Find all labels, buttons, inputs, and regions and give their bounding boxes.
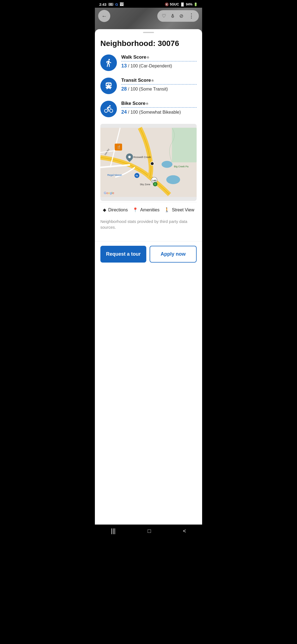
- favorite-icon[interactable]: ♡: [162, 13, 166, 19]
- drag-handle-bar: [143, 32, 154, 33]
- svg-text:Sky Zone: Sky Zone: [140, 183, 150, 186]
- notification-badge: 31: [108, 3, 114, 6]
- recents-nav-icon[interactable]: |||: [111, 527, 116, 534]
- svg-point-2: [162, 161, 172, 168]
- action-bar: ♡ ⛢ ⊘ ⋮: [157, 10, 199, 22]
- svg-point-17: [154, 183, 156, 185]
- street-view-button[interactable]: 🚶 Street View: [164, 207, 194, 212]
- svg-text:🍴: 🍴: [117, 145, 121, 149]
- walk-score-value: 13 / 100 (Car-Dependent): [121, 63, 197, 69]
- directions-icon: ◆: [103, 207, 106, 212]
- battery-label: 94%: [186, 2, 193, 6]
- network-label: 5GUC: [170, 2, 179, 6]
- svg-text:🛍: 🛍: [136, 174, 138, 177]
- bike-icon: [104, 105, 113, 113]
- bike-score-title: Bike Score®: [121, 101, 197, 106]
- svg-point-5: [128, 156, 131, 158]
- walk-score-icon-circle: [100, 54, 117, 71]
- content-area: Neighborhood: 30076 Walk Score® 13 / 100…: [95, 35, 202, 241]
- signal-icon: ▐▌: [180, 2, 185, 6]
- battery-icon: 🔋: [194, 2, 198, 6]
- time: 2:43: [99, 2, 106, 7]
- transit-score-value: 28 / 100 (Some Transit): [121, 86, 197, 92]
- bike-score-item: Bike Score® 24 / 100 (Somewhat Bikeable): [100, 101, 197, 117]
- home-nav-icon[interactable]: □: [148, 528, 151, 534]
- hero-image: ← ♡ ⛢ ⊘ ⋮: [95, 8, 202, 32]
- svg-text:Regal Nissan: Regal Nissan: [107, 174, 122, 176]
- walk-score-max: / 100 (: [128, 64, 140, 68]
- request-tour-button[interactable]: Request a tour: [100, 246, 146, 263]
- bottom-cta: Request a tour Apply now: [95, 241, 202, 267]
- map-svg: Roswell Creek 🍴 Regal Nissan 🛍 140 Sky Z…: [100, 124, 197, 201]
- back-button[interactable]: ←: [98, 10, 110, 22]
- walk-score-title: Walk Score®: [121, 54, 197, 60]
- svg-point-3: [166, 175, 180, 184]
- bike-score-details: Bike Score® 24 / 100 (Somewhat Bikeable): [121, 101, 197, 115]
- map-actions: ◆ Directions 📍 Amenities 🚶 Street View: [100, 202, 197, 214]
- block-icon[interactable]: ⊘: [179, 13, 183, 19]
- map-container[interactable]: Roswell Creek 🍴 Regal Nissan 🛍 140 Sky Z…: [100, 124, 197, 201]
- back-icon: ←: [101, 13, 107, 19]
- walk-score-item: Walk Score® 13 / 100 (Car-Dependent): [100, 54, 197, 71]
- directions-button[interactable]: ◆ Directions: [103, 207, 128, 212]
- amenities-icon: 📍: [133, 207, 138, 212]
- amenities-label: Amenities: [140, 208, 160, 212]
- svg-text:Google: Google: [104, 191, 114, 195]
- neighborhood-title: Neighborhood: 30076: [100, 39, 197, 48]
- disclaimer-text: Neighborhood stats provided by third par…: [100, 214, 197, 237]
- transit-score-item: Transit Score® 28 / 100 (Some Transit): [100, 78, 197, 94]
- svg-rect-1: [172, 128, 197, 162]
- svg-text:140: 140: [152, 179, 156, 182]
- bike-score-value: 24 / 100 (Somewhat Bikeable): [121, 109, 197, 115]
- transit-score-icon-circle: [100, 78, 117, 94]
- main-content-sheet: Neighborhood: 30076 Walk Score® 13 / 100…: [95, 29, 202, 525]
- amenities-button[interactable]: 📍 Amenities: [133, 207, 160, 212]
- mute-icon: 🔇: [165, 2, 169, 6]
- photos-icon: 🖼: [120, 2, 123, 7]
- directions-label: Directions: [108, 208, 128, 212]
- transit-score-details: Transit Score® 28 / 100 (Some Transit): [121, 78, 197, 92]
- share-icon[interactable]: ⛢: [171, 13, 174, 19]
- transit-score-divider: [121, 84, 197, 84]
- svg-point-7: [150, 162, 154, 165]
- walk-icon: [104, 58, 113, 67]
- svg-text:Roswell Creek: Roswell Creek: [133, 155, 151, 159]
- apply-now-button[interactable]: Apply now: [150, 246, 197, 263]
- bike-score-divider: [121, 107, 197, 108]
- bottom-navigation: ||| □ <: [95, 525, 202, 538]
- svg-text:Big Creek Pa: Big Creek Pa: [174, 165, 188, 168]
- street-view-icon: 🚶: [164, 207, 170, 212]
- transit-score-title: Transit Score®: [121, 78, 197, 83]
- drag-handle: [95, 29, 202, 35]
- back-nav-icon[interactable]: <: [183, 528, 186, 534]
- street-view-label: Street View: [172, 208, 194, 212]
- status-right: 🔇 5GUC ▐▌ 94% 🔋: [165, 2, 198, 6]
- walk-score-divider: [121, 61, 197, 61]
- g-icon: G: [115, 2, 118, 7]
- more-icon[interactable]: ⋮: [188, 12, 194, 20]
- transit-icon: [104, 81, 113, 90]
- walk-score-details: Walk Score® 13 / 100 (Car-Dependent): [121, 54, 197, 69]
- top-navigation: ← ♡ ⛢ ⊘ ⋮: [95, 10, 202, 22]
- status-bar: 2:43 31 G 🖼 🔇 5GUC ▐▌ 94% 🔋: [95, 0, 202, 8]
- status-left: 2:43 31 G 🖼: [99, 2, 123, 7]
- bike-score-icon-circle: [100, 101, 117, 117]
